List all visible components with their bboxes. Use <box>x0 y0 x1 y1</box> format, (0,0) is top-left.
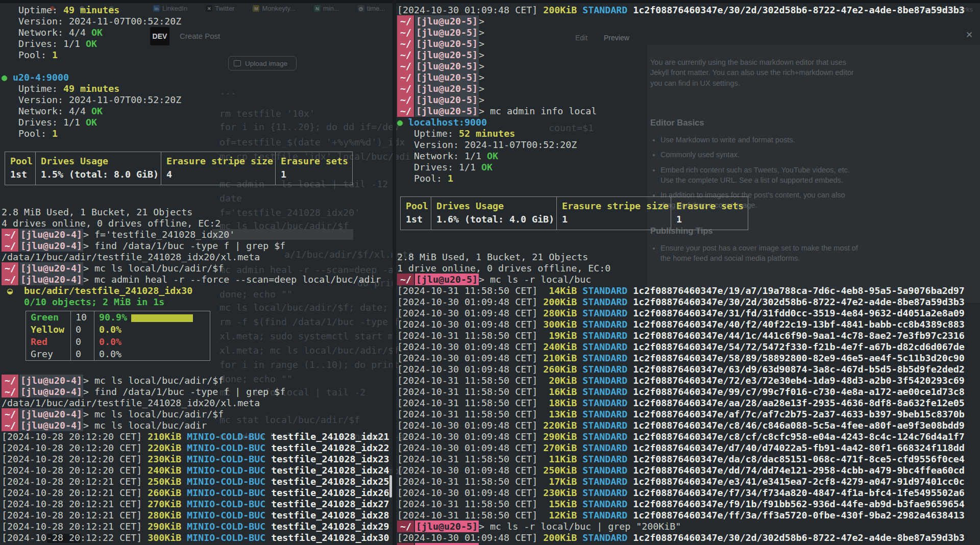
terminal-line: [2024-10-30 01:09:48 CET] 200KiB STANDAR… <box>397 5 980 16</box>
terminal-line: ~/[jlu@u20-5]> <box>397 16 980 27</box>
prompt-user-segment: [jlu@u20-5] <box>415 521 479 532</box>
prompt-path-segment: ~/ <box>2 274 18 285</box>
prompt-path-segment: ~/ <box>2 262 18 274</box>
terminal-line <box>397 184 980 195</box>
prompt-path-segment: ~/ <box>397 521 414 532</box>
terminal-line: ~/[jlu@u20-4]> f='testfile_241028_idx20' <box>2 229 393 240</box>
terminal-line: Network: 4/4 OK <box>2 106 393 117</box>
terminal-line: Pool: 1 <box>397 173 980 184</box>
terminal-line: ~/[jlu@u20-4]> find /data/1/buc -type f … <box>2 240 393 252</box>
terminal-line: ~/[jlu@u20-5]> mc ls -r local/buc <box>397 274 980 285</box>
prompt-path-segment: ~/ <box>397 94 414 106</box>
terminal-line <box>2 61 393 72</box>
prompt-user-segment: [jlu@u20-5] <box>415 543 479 545</box>
prompt-path-segment: ~/ <box>397 543 414 545</box>
terminal-line: ~/[jlu@u20-5]> <box>397 27 980 38</box>
prompt-path-segment: ~/ <box>397 60 414 72</box>
terminal-line: ◒ buc/adir/testfile_241028_idx30 <box>2 285 393 296</box>
terminal-line: Network: 4/4 OK <box>2 27 393 38</box>
terminal-line: [2024-10-30 01:09:48 CET] 270KiB STANDAR… <box>397 442 980 454</box>
terminal-left-pane[interactable]: Uptime: 49 minutes Version: 2024-11-07T0… <box>0 0 393 545</box>
terminal-line: [2024-10-30 01:09:48 CET] 300KiB STANDAR… <box>397 319 980 330</box>
prompt-user-segment: [jlu@u20-4] <box>19 262 83 274</box>
terminal-line: ~/[jlu@u20-4]> mc ls local/buc/adir/$f <box>2 263 393 274</box>
scrollbar-thumb[interactable] <box>389 475 392 498</box>
terminal-line: Drives: 1/1 OK <box>2 117 393 128</box>
terminal-line: [2024-10-31 11:58:50 CET] 16KiB STANDARD… <box>397 386 980 398</box>
storage-info-table: Pool1stDrives Usage1.6% (total: 4.0 GiB)… <box>400 196 748 230</box>
pane-divider <box>393 0 396 545</box>
terminal-line: [2024-10-31 11:58:50 CET] 15KiB STANDARD… <box>397 499 980 510</box>
terminal-line: ~/[jlu@u20-5]> <box>397 94 980 106</box>
prompt-path-segment: ~/ <box>397 83 414 94</box>
terminal-line: ~/[jlu@u20-5]> <box>397 49 980 61</box>
terminal-line: ~/[jlu@u20-4]> mc admin heal -r --force … <box>2 274 393 285</box>
prompt-user-segment: [jlu@u20-5] <box>415 27 479 38</box>
terminal-line: [2024-10-28 20:12:20 CET] 240KiB MINIO-C… <box>2 465 393 476</box>
terminal-line: [2024-10-28 20:12:21 CET] 280KiB MINIO-C… <box>2 510 393 521</box>
terminal-line: 1 drive online, 0 drives offline, EC:0 <box>397 263 980 274</box>
terminal-line: ~/[jlu@u20-5]> <box>397 72 980 83</box>
terminal-line: [2024-10-30 01:09:48 CET] 220KiB STANDAR… <box>397 420 980 431</box>
prompt-path-segment: ~/ <box>397 49 414 61</box>
terminal-line: [2024-10-30 01:09:48 CET] 200KiB STANDAR… <box>397 296 980 308</box>
prompt-user-segment: [jlu@u20-5] <box>415 94 479 106</box>
terminal-line: /data/1/buc/adir/testfile_241028_idx20/x… <box>2 398 393 409</box>
terminal-line: Pool: 1 <box>2 128 393 139</box>
terminal-line: [2024-10-28 20:12:22 CET] 300KiB MINIO-C… <box>2 532 393 543</box>
terminal-line: ~/[jlu@u20-4]> find /data/1/buc -type f … <box>2 386 393 398</box>
terminal-line: [2024-10-31 11:58:50 CET] 18KiB STANDARD… <box>397 398 980 409</box>
terminal-line: ~/[jlu@u20-4]> mc ls local/buc/adir <box>2 420 393 431</box>
prompt-user-segment: [jlu@u20-5] <box>415 105 479 117</box>
terminal-line: Network: 1/1 OK <box>397 151 980 162</box>
terminal-line: ● u20-4:9000 <box>2 72 393 83</box>
storage-info-table: Pool1stDrives Usage1.5% (total: 8.0 GiB)… <box>5 152 353 185</box>
terminal-line: [2024-10-28 20:12:21 CET] 290KiB MINIO-C… <box>2 521 393 532</box>
terminal-line: Uptime: 49 minutes <box>2 5 393 16</box>
terminal-line: Drives: 1/1 OK <box>2 38 393 49</box>
terminal-line: [2024-10-28 20:12:20 CET] 210KiB MINIO-C… <box>2 431 393 442</box>
terminal-line: [2024-10-31 11:58:50 CET] 13KiB STANDARD… <box>397 409 980 420</box>
terminal-line: ~/[jlu@u20-5]> mc admin info local <box>397 106 980 117</box>
terminal-line: ~/[jlu@u20-4]> mc ls local/buc/adir/$f <box>2 375 393 386</box>
prompt-user-segment: [jlu@u20-4] <box>19 274 83 285</box>
prompt-user-segment: [jlu@u20-4] <box>19 229 83 240</box>
terminal-line: [2024-10-30 01:09:48 CET] 240KiB STANDAR… <box>397 341 980 353</box>
prompt-path-segment: ~/ <box>2 375 18 386</box>
terminal-line: [2024-10-30 01:09:48 CET] 200KiB STANDAR… <box>397 532 980 543</box>
heal-summary-table: Green1090.9%Yellow00.0%Red00.0%Grey00.0% <box>26 311 210 361</box>
terminal-line: [2024-10-31 11:58:50 CET] 11KiB STANDARD… <box>397 454 980 465</box>
prompt-path-segment: ~/ <box>397 27 414 38</box>
terminal-line: ~/[jlu@u20-5]> <box>397 61 980 72</box>
prompt-path-segment: ~/ <box>397 15 414 27</box>
terminal-line: Version: 2024-11-07T00:52:20Z <box>2 94 393 106</box>
terminal-line: Uptime: 49 minutes <box>2 83 393 94</box>
prompt-user-segment: [jlu@u20-5] <box>415 15 479 27</box>
terminal-line: [2024-10-31 11:58:50 CET] 19KiB STANDARD… <box>397 330 980 341</box>
prompt-user-segment: [jlu@u20-5] <box>415 71 479 83</box>
prompt-path-segment: ~/ <box>2 419 18 431</box>
terminal-line: Version: 2024-11-07T00:52:20Z <box>397 139 980 151</box>
terminal-line: [2024-10-28 20:12:20 CET] 230KiB MINIO-C… <box>2 454 393 465</box>
terminal-right-pane[interactable]: [2024-10-30 01:09:48 CET] 200KiB STANDAR… <box>396 0 980 545</box>
terminal-line: [2024-10-31 11:58:50 CET] 14KiB STANDARD… <box>397 285 980 296</box>
terminal-line: [2024-10-31 11:58:50 CET] 20KiB STANDARD… <box>397 375 980 386</box>
terminal-line: 0/10 objects; 2 MiB in 1s <box>2 296 393 308</box>
prompt-user-segment: [jlu@u20-4] <box>19 408 83 420</box>
terminal-line: ~/[jlu@u20-5]> mc ls -r local/buc | grep… <box>397 521 980 532</box>
terminal-line: ~/[jlu@u20-5]> <box>397 38 980 49</box>
prompt-user-segment: [jlu@u20-4] <box>19 419 83 431</box>
prompt-path-segment: ~/ <box>397 105 414 117</box>
prompt-path-segment: ~/ <box>397 274 414 285</box>
terminal-line: /data/1/buc/adir/testfile_241028_idx20/x… <box>2 252 393 263</box>
terminal-line: [2024-10-28 20:12:21 CET] 250KiB MINIO-C… <box>2 476 393 487</box>
terminal-line: [2024-10-31 11:58:50 CET] 12KiB STANDARD… <box>397 510 980 521</box>
prompt-user-segment: [jlu@u20-5] <box>415 274 479 285</box>
terminal-line: [2024-10-28 20:12:20 CET] 220KiB MINIO-C… <box>2 442 393 454</box>
prompt-user-segment: [jlu@u20-4] <box>19 375 83 386</box>
terminal-line: [2024-10-28 20:12:21 CET] 260KiB MINIO-C… <box>2 487 393 499</box>
prompt-path-segment: ~/ <box>2 229 18 240</box>
terminal-line: ~/[jlu@u20-5]> <box>397 83 980 94</box>
screen: inLinkedIn ✕Twitter MMonkeyty... Nmin...… <box>0 0 980 545</box>
prompt-path-segment: ~/ <box>2 408 18 420</box>
